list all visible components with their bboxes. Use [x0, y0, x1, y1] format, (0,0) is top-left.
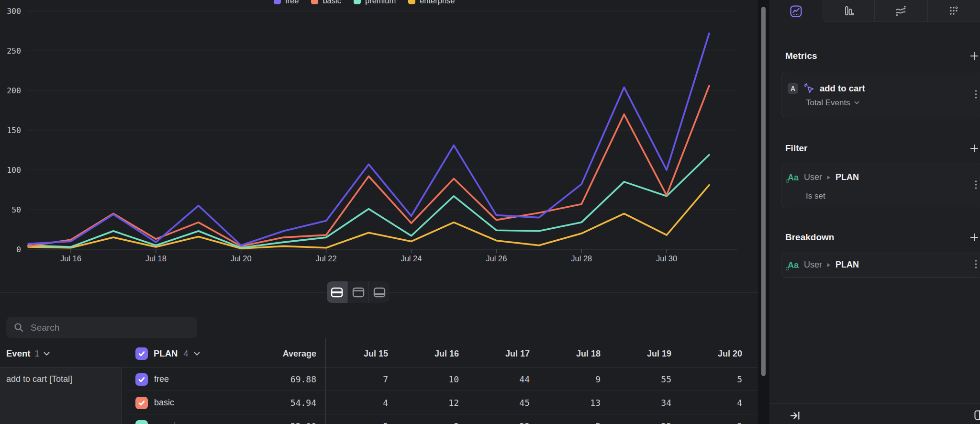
breadcrumb-separator-icon [827, 176, 830, 179]
breakdown-heading: Breakdown [785, 232, 834, 243]
event-column-header[interactable]: Event 1 [6, 347, 50, 360]
y-axis-label: 200 [7, 86, 21, 95]
layout-bottom-bar-button[interactable] [369, 281, 390, 303]
chart-panel: freebasicpremiumenterprise 0501001502002… [0, 0, 757, 312]
metric-measure-dropdown[interactable]: Total Events [806, 98, 859, 108]
breakdown-menu-button[interactable] [975, 260, 977, 271]
cell-free-jul-16: 10 [392, 374, 459, 384]
chevron-down-icon [854, 101, 859, 105]
column-header-jul-16[interactable]: Jul 16 [392, 349, 459, 359]
tab-stream-chart[interactable] [875, 0, 927, 22]
kebab-icon [975, 89, 977, 99]
filter-condition-dropdown[interactable]: Is set [806, 191, 825, 201]
metric-menu-button[interactable] [975, 89, 977, 100]
event-row-cell[interactable]: add to cart [Total] [0, 368, 122, 424]
series-line-enterprise[interactable] [28, 185, 709, 249]
scrollbar-track[interactable] [758, 0, 769, 424]
text-property-icon: Aa [788, 173, 799, 182]
layout-top-bar-button[interactable] [348, 281, 368, 303]
arrow-to-bar-icon [790, 410, 801, 421]
tab-dots-grid[interactable] [928, 0, 980, 22]
x-axis-label: Jul 28 [571, 254, 592, 263]
checkmark-icon [138, 350, 145, 357]
line-chart-icon [790, 5, 802, 18]
cell-basic-jul-20: 4 [675, 398, 742, 408]
row-checkbox-free[interactable] [135, 373, 148, 386]
x-axis-label: Jul 18 [145, 254, 167, 263]
tab-line-chart[interactable] [769, 0, 822, 22]
column-header-average[interactable]: Average [249, 349, 316, 359]
panel-right-icon [974, 410, 980, 420]
cell-premium-jul-16: 3 [392, 421, 459, 424]
search-icon [14, 323, 24, 333]
metrics-heading: Metrics [785, 51, 817, 61]
filter-heading: Filter [785, 143, 807, 154]
filter-menu-button[interactable] [975, 180, 977, 191]
x-axis-label: Jul 22 [316, 254, 337, 263]
row-checkbox-premium[interactable] [135, 420, 148, 424]
y-axis-label: 0 [16, 245, 21, 254]
collapse-sidebar-button[interactable] [790, 410, 801, 423]
row-separator [126, 391, 757, 391]
column-header-jul-18[interactable]: Jul 18 [534, 349, 601, 359]
x-axis-label: Jul 20 [231, 254, 252, 263]
plan-select-all-checkbox[interactable] [135, 347, 148, 360]
row-checkbox-basic[interactable] [135, 397, 148, 409]
filter-entity: User [804, 172, 822, 182]
checkmark-icon [138, 399, 145, 407]
series-line-premium[interactable] [28, 155, 709, 248]
tab-bar-chart[interactable] [822, 0, 874, 22]
chevron-down-icon [44, 352, 50, 356]
metric-event-name: add to cart [820, 83, 865, 94]
plan-column-header: PLAN 4 [135, 347, 200, 360]
bar-chart-icon [842, 5, 855, 17]
event-header-label: Event [6, 348, 30, 359]
breakdown-card[interactable]: Aa User PLAN [781, 253, 980, 278]
chevron-down-icon[interactable] [194, 352, 200, 356]
cell-basic-jul-17: 45 [463, 398, 530, 408]
column-header-jul-15[interactable]: Jul 15 [321, 349, 388, 359]
x-axis-label: Jul 24 [401, 254, 422, 263]
cell-premium-average: 33.00 [249, 421, 316, 424]
kebab-icon [975, 260, 977, 269]
event-row-label: add to cart [Total] [6, 374, 72, 384]
metric-measure-label: Total Events [806, 98, 850, 108]
cell-basic-jul-16: 12 [392, 398, 459, 408]
cell-basic-jul-19: 34 [604, 398, 671, 408]
layout-toggle-group [327, 281, 390, 303]
x-axis-label: Jul 30 [656, 254, 677, 263]
cell-premium-jul-17: 23 [463, 421, 530, 424]
y-axis-label: 50 [11, 205, 21, 214]
scrollbar-thumb[interactable] [761, 7, 766, 376]
column-header-jul-17[interactable]: Jul 17 [463, 349, 530, 359]
cell-basic-average: 54.94 [249, 398, 316, 408]
search-input[interactable]: Search [6, 317, 197, 338]
metric-card[interactable]: A add to cart Total Events [781, 73, 980, 117]
panel-layout-button[interactable] [974, 410, 980, 422]
row-separator [126, 414, 757, 414]
filter-card[interactable]: Aa User PLAN Is set [781, 164, 980, 207]
y-axis-label: 100 [7, 166, 21, 175]
cell-free-average: 69.88 [249, 374, 316, 384]
y-axis-label: 300 [7, 7, 21, 16]
cell-premium-jul-15: 5 [321, 421, 388, 424]
add-filter-button[interactable] [969, 143, 980, 154]
series-line-free[interactable] [28, 33, 709, 245]
layout-split-rows-button[interactable] [327, 281, 347, 303]
column-header-jul-20[interactable]: Jul 20 [675, 349, 742, 359]
add-breakdown-button[interactable] [969, 232, 980, 243]
filter-property: PLAN [835, 172, 859, 182]
row-label-premium: premium [154, 421, 188, 424]
column-header-jul-19[interactable]: Jul 19 [604, 349, 671, 359]
sidebar-footer-separator [769, 403, 980, 404]
y-axis-label: 250 [7, 46, 21, 56]
breakdown-entity: User [804, 260, 822, 270]
top-bar-icon [352, 287, 365, 298]
cell-free-jul-18: 9 [534, 374, 601, 384]
line-chart[interactable]: 050100150200250300Jul 16Jul 18Jul 20Jul … [0, 0, 757, 312]
add-metric-button[interactable] [969, 50, 980, 62]
filter-condition-label: Is set [806, 191, 825, 201]
y-axis-label: 150 [7, 126, 21, 135]
event-header-count: 1 [34, 349, 39, 359]
checkmark-icon [138, 376, 145, 383]
